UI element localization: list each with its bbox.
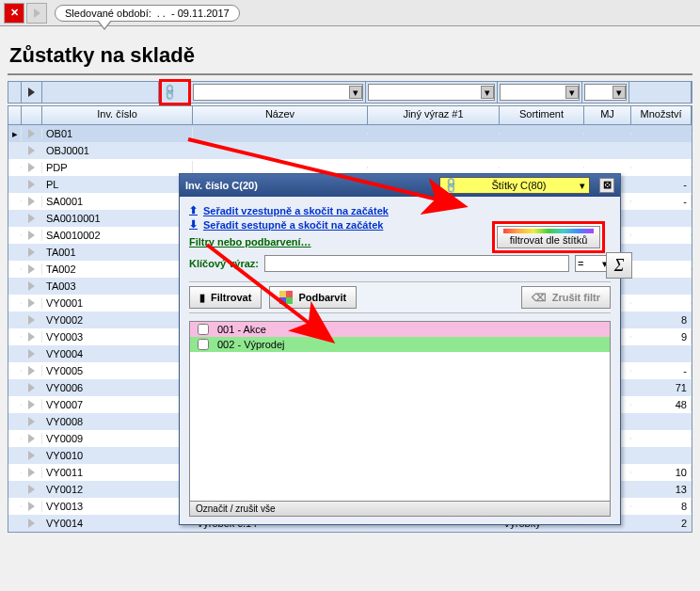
row-selector[interactable]	[8, 438, 22, 439]
row-marker[interactable]	[22, 484, 42, 495]
row-marker[interactable]	[22, 416, 42, 427]
cell-inv: VY0009	[42, 432, 193, 445]
row-selector[interactable]	[8, 522, 22, 524]
col-inv[interactable]: Inv. číslo	[42, 106, 193, 124]
select-all-link[interactable]: Označit / zrušit vše	[189, 502, 611, 517]
row-selector[interactable]	[8, 200, 22, 202]
cell-inv: SA0001	[42, 195, 193, 208]
col-jv1[interactable]: Jiný výraz #1	[368, 106, 500, 124]
table-row[interactable]: OBJ0001	[8, 142, 692, 159]
row-selector[interactable]	[8, 387, 22, 389]
row-marker[interactable]	[22, 280, 42, 292]
row-marker[interactable]	[22, 365, 42, 376]
filter-combo-jv[interactable]: ▾	[366, 82, 498, 103]
row-marker[interactable]	[22, 247, 42, 258]
row-marker[interactable]	[22, 179, 42, 190]
filter-button[interactable]: ▮ Filtrovat	[189, 286, 262, 309]
cell-inv: OB01	[42, 127, 193, 140]
row-selector[interactable]	[8, 319, 22, 321]
filter-cell-sel[interactable]	[8, 82, 22, 103]
row-marker[interactable]	[22, 230, 42, 241]
cell-nazev	[193, 150, 368, 152]
tag-label: 001 - Akce	[217, 324, 266, 335]
row-selector[interactable]	[8, 234, 22, 236]
row-marker[interactable]	[22, 331, 42, 343]
row-marker[interactable]	[22, 433, 42, 444]
filter-combo-mj[interactable]: ▾	[582, 82, 629, 103]
filter-tag-button[interactable]: 🔗	[159, 79, 191, 105]
row-selector[interactable]	[8, 150, 22, 152]
row-marker[interactable]	[22, 382, 42, 393]
row-selector[interactable]	[8, 268, 22, 270]
popup-field-combo[interactable]: 🔗 Štítky C(80) ▾	[439, 177, 590, 194]
row-marker[interactable]	[22, 518, 42, 529]
col-nazev[interactable]: Název	[193, 106, 368, 124]
row-marker[interactable]	[22, 264, 42, 275]
col-selector[interactable]	[8, 106, 22, 124]
sigma-button[interactable]: Σ	[606, 252, 632, 279]
row-selector[interactable]	[8, 251, 22, 253]
filters-or-color-link[interactable]: Filtry nebo podbarvení…	[189, 236, 311, 248]
tag-row[interactable]: 001 - Akce	[190, 322, 610, 337]
tag-checkbox[interactable]	[198, 339, 209, 350]
cell-inv: SA0010002	[42, 229, 193, 242]
filter-combo-sort[interactable]: ▾	[498, 82, 582, 103]
key-expression-input[interactable]	[264, 255, 569, 272]
popup-close-icon[interactable]: ⊠	[599, 178, 614, 193]
filter-combo-mn[interactable]	[629, 82, 692, 103]
cell-jv	[368, 150, 500, 152]
row-marker[interactable]	[22, 128, 42, 139]
row-marker[interactable]	[22, 501, 42, 512]
col-sortiment[interactable]: Sortiment	[500, 106, 584, 124]
tag-checkbox[interactable]	[198, 324, 209, 335]
row-marker[interactable]	[22, 196, 42, 207]
row-selector[interactable]	[8, 167, 22, 168]
close-icon[interactable]: ✕	[4, 3, 24, 24]
filter-by-tags-button[interactable]: filtrovat dle štítků Σ	[492, 221, 605, 253]
row-marker[interactable]	[22, 399, 42, 410]
row-selector[interactable]	[8, 404, 22, 406]
col-marker[interactable]	[22, 106, 42, 124]
row-selector[interactable]	[8, 370, 22, 372]
tag-list[interactable]: 001 - Akce 002 - Výprodej	[189, 321, 611, 502]
row-selector[interactable]	[8, 336, 22, 338]
row-marker[interactable]	[22, 348, 42, 359]
col-mnozstvi[interactable]: Množství	[631, 106, 692, 124]
row-selector[interactable]	[8, 217, 22, 219]
filter-cell-marker[interactable]	[22, 82, 42, 103]
filter-combo-inv[interactable]	[42, 82, 159, 103]
colorize-button[interactable]: Podbarvit	[269, 286, 357, 309]
cell-mj	[584, 167, 631, 168]
page-title: Zůstatky na skladě	[9, 43, 700, 68]
row-selector[interactable]	[8, 285, 22, 287]
row-selector[interactable]	[8, 184, 22, 185]
popup-titlebar[interactable]: Inv. číslo C(20) 🔗 Štítky C(80) ▾ ⊠	[180, 174, 620, 197]
period-indicator[interactable]: Sledované období: . . - 09.11.2017	[55, 5, 240, 22]
tag-row[interactable]: 002 - Výprodej	[190, 337, 610, 352]
row-selector[interactable]	[8, 505, 22, 507]
top-toolbar: ✕ Sledované období: . . - 09.11.2017	[0, 0, 700, 26]
row-selector[interactable]	[8, 353, 22, 355]
row-marker[interactable]	[22, 297, 42, 309]
popup-body: ⬆ Seřadit vzestupně a skočit na začátek …	[180, 197, 620, 524]
row-selector[interactable]: ▸	[8, 127, 22, 141]
row-selector[interactable]	[8, 302, 22, 304]
row-selector[interactable]	[8, 488, 22, 490]
row-selector[interactable]	[8, 471, 22, 473]
row-marker[interactable]	[22, 213, 42, 224]
arrow-up-icon: ⬆	[189, 204, 198, 216]
row-selector[interactable]	[8, 421, 22, 423]
cancel-filter-button[interactable]: ⌫ Zrušit filtr	[521, 286, 611, 309]
row-marker[interactable]	[22, 467, 42, 478]
row-marker[interactable]	[22, 314, 42, 326]
row-selector[interactable]	[8, 455, 22, 456]
sort-ascending-link[interactable]: ⬆ Seřadit vzestupně a skočit na začátek	[189, 204, 611, 216]
row-marker[interactable]	[22, 450, 42, 461]
table-row[interactable]: ▸OB01	[8, 125, 692, 142]
flag-icon[interactable]	[26, 3, 47, 24]
row-marker[interactable]	[22, 145, 42, 156]
filter-combo-nazev[interactable]: ▾	[191, 82, 366, 103]
col-mj[interactable]: MJ	[584, 106, 631, 124]
row-marker[interactable]	[22, 162, 42, 173]
cell-sortiment	[500, 133, 584, 135]
